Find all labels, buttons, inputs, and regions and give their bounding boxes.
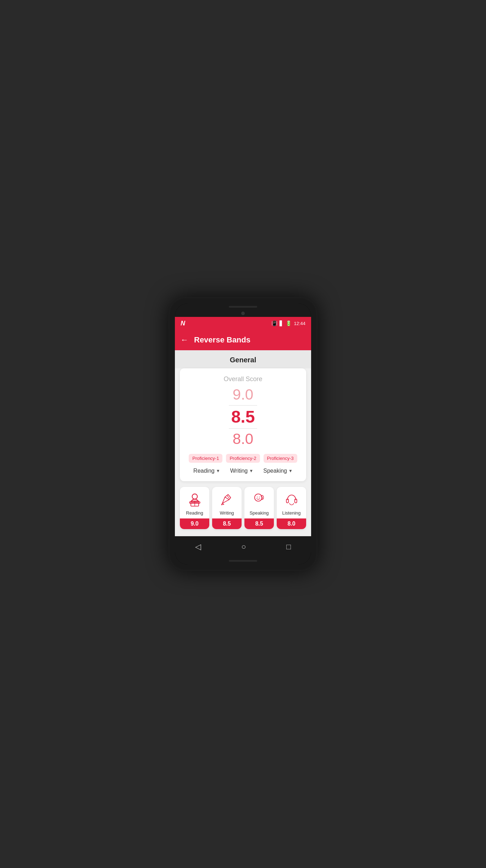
- reading-card-score: 9.0: [180, 518, 209, 529]
- score-divider-2: [229, 428, 257, 429]
- writing-card[interactable]: Writing 8.5: [212, 487, 242, 529]
- navigation-bar: ◁ ○ □: [175, 536, 311, 557]
- reading-card-label: Reading: [184, 510, 204, 518]
- status-bar-left: N: [181, 320, 185, 327]
- writing-icon: [216, 487, 238, 510]
- score-card: Overall Score 9.0 8.5 8.0 Proficiency-1 …: [180, 368, 306, 481]
- speaking-chevron-icon: ▼: [288, 468, 293, 473]
- app-bar: ← Reverse Bands: [175, 330, 311, 350]
- score-divider-1: [229, 405, 257, 406]
- status-bar-right: 📳 ▋ 🔋 12:44: [271, 320, 305, 326]
- proficiency-badge-2[interactable]: Proficiency-2: [226, 454, 260, 463]
- score-middle: 8.5: [231, 408, 255, 427]
- nav-back-button[interactable]: ◁: [195, 542, 201, 551]
- speaker-grill: [175, 303, 311, 310]
- scores-container: 9.0 8.5 8.0: [186, 386, 300, 447]
- speaking-card-label: Speaking: [248, 510, 270, 518]
- score-bottom: 8.0: [233, 431, 253, 447]
- phone-screen: N 📳 ▋ 🔋 12:44 ← Reverse Bands General Ov…: [175, 303, 311, 564]
- writing-card-label: Writing: [218, 510, 235, 518]
- listening-card-label: Listening: [281, 510, 302, 518]
- writing-dropdown[interactable]: Writing ▼: [230, 468, 253, 474]
- svg-point-5: [259, 496, 259, 497]
- proficiency-badge-3[interactable]: Proficiency-3: [264, 454, 297, 463]
- phone-frame: N 📳 ▋ 🔋 12:44 ← Reverse Bands General Ov…: [169, 297, 317, 571]
- proficiency-row: Proficiency-1 Proficiency-2 Proficiency-…: [186, 454, 300, 463]
- camera-area: [175, 310, 311, 317]
- back-button[interactable]: ←: [181, 335, 188, 345]
- bottom-speaker: [175, 557, 311, 565]
- battery-icon: 🔋: [286, 320, 292, 326]
- speaking-dropdown-label: Speaking: [263, 468, 287, 474]
- nav-home-button[interactable]: ○: [241, 542, 246, 551]
- listening-icon: [281, 487, 302, 510]
- app-title: Reverse Bands: [194, 335, 250, 345]
- reading-chevron-icon: ▼: [216, 468, 220, 473]
- speaking-icon: [249, 487, 270, 510]
- score-top: 9.0: [233, 386, 253, 403]
- speaking-card[interactable]: Speaking 8.5: [244, 487, 274, 529]
- signal-icon: ▋: [280, 320, 283, 326]
- status-bar: N 📳 ▋ 🔋 12:44: [175, 317, 311, 330]
- writing-chevron-icon: ▼: [249, 468, 253, 473]
- speaking-card-score: 8.5: [244, 518, 274, 529]
- section-title: General: [175, 350, 311, 368]
- listening-card[interactable]: Listening 8.0: [277, 487, 306, 529]
- proficiency-badge-1[interactable]: Proficiency-1: [189, 454, 222, 463]
- reading-dropdown[interactable]: Reading ▼: [193, 468, 220, 474]
- writing-dropdown-label: Writing: [230, 468, 248, 474]
- svg-point-3: [254, 494, 262, 501]
- svg-point-4: [257, 496, 258, 497]
- nav-recent-button[interactable]: □: [286, 542, 291, 551]
- listening-card-score: 8.0: [277, 518, 306, 529]
- speaking-dropdown[interactable]: Speaking ▼: [263, 468, 293, 474]
- skills-dropdown-row: Reading ▼ Writing ▼ Speaking ▼: [186, 468, 300, 474]
- main-content: General Overall Score 9.0 8.5 8.0 Profic…: [175, 350, 311, 536]
- app-logo: N: [181, 320, 185, 327]
- skill-cards-row: Reading 9.0 Writing: [175, 487, 311, 529]
- svg-point-0: [192, 494, 197, 499]
- reading-dropdown-label: Reading: [193, 468, 215, 474]
- writing-card-score: 8.5: [212, 518, 242, 529]
- overall-score-label: Overall Score: [186, 375, 300, 383]
- vibrate-icon: 📳: [271, 320, 277, 326]
- clock: 12:44: [294, 321, 305, 326]
- reading-card[interactable]: Reading 9.0: [180, 487, 209, 529]
- reading-icon: [184, 487, 205, 510]
